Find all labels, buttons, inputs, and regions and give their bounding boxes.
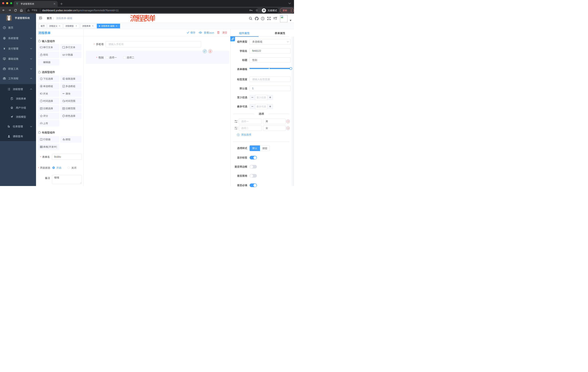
- svg-text:123: 123: [62, 54, 65, 55]
